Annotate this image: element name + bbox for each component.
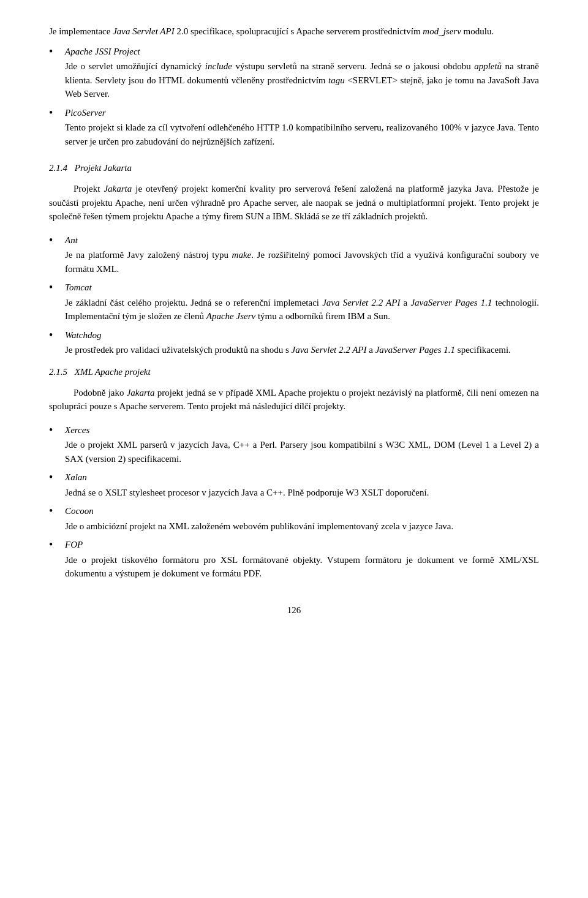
tomcat-content: Tomcat Je základní část celého projektu.… bbox=[65, 281, 539, 323]
fop-content: FOP Jde o projekt tiskového formátoru pr… bbox=[65, 538, 539, 581]
bullet-icon-8: • bbox=[49, 504, 61, 518]
xalan-body: Jedná se o XSLT stylesheet procesor v ja… bbox=[65, 488, 429, 497]
tomcat-body: Je základní část celého projektu. Jedná … bbox=[65, 298, 539, 322]
xerces-content: Xerces Jde o projekt XML parserů v jazyc… bbox=[65, 423, 539, 466]
bullet-icon-4: • bbox=[49, 281, 61, 295]
list-item-xalan: • Xalan Jedná se o XSLT stylesheet proce… bbox=[49, 470, 539, 499]
jakarta-bullet-list: • Ant Je na platformě Javy založený nást… bbox=[49, 233, 539, 357]
section-215-title: XML Apache projekt bbox=[75, 367, 151, 377]
xerces-title: Xerces bbox=[65, 423, 539, 437]
watchdog-body: Je prostředek pro validaci uživatelských… bbox=[65, 345, 511, 355]
list-item-ant: • Ant Je na platformě Javy založený nást… bbox=[49, 233, 539, 276]
watchdog-content: Watchdog Je prostředek pro validaci uživ… bbox=[65, 328, 539, 357]
section-215-number: 2.1.5 bbox=[49, 367, 67, 377]
list-item-xerces: • Xerces Jde o projekt XML parserů v jaz… bbox=[49, 423, 539, 466]
bullet-icon-5: • bbox=[49, 328, 61, 342]
ant-title: Ant bbox=[65, 233, 539, 247]
list-item-fop: • FOP Jde o projekt tiskového formátoru … bbox=[49, 538, 539, 581]
intro-paragraph: Je implementace Java Servlet API 2.0 spe… bbox=[49, 25, 539, 39]
top-bullet-list: • Apache JSSI Project Jde o servlet umož… bbox=[49, 45, 539, 149]
ant-content: Ant Je na platformě Javy založený nástro… bbox=[65, 233, 539, 276]
xerces-body: Jde o projekt XML parserů v jazycích Jav… bbox=[65, 440, 539, 464]
tomcat-title: Tomcat bbox=[65, 281, 539, 295]
section-215-heading: 2.1.5 XML Apache projekt bbox=[49, 367, 539, 377]
apache-jssi-title: Apache JSSI Project bbox=[65, 45, 539, 59]
jakarta-paragraph: Projekt Jakarta je otevřený projekt kome… bbox=[49, 182, 539, 224]
fop-body: Jde o projekt tiskového formátoru pro XS… bbox=[65, 555, 539, 579]
picoserver-body: Tento projekt si klade za cíl vytvoření … bbox=[65, 123, 539, 146]
section-214-heading: 2.1.4 Projekt Jakarta bbox=[49, 163, 539, 173]
xml-bullet-list: • Xerces Jde o projekt XML parserů v jaz… bbox=[49, 423, 539, 581]
cocoon-body: Jde o ambiciózní projekt na XML založené… bbox=[65, 521, 453, 531]
ant-body: Je na platformě Javy založený nástroj ty… bbox=[65, 250, 539, 274]
list-item-picoserver: • PicoServer Tento projekt si klade za c… bbox=[49, 106, 539, 149]
list-item-cocoon: • Cocoon Jde o ambiciózní projekt na XML… bbox=[49, 504, 539, 533]
bullet-icon-3: • bbox=[49, 233, 61, 247]
list-item-apache-jssi: • Apache JSSI Project Jde o servlet umož… bbox=[49, 45, 539, 101]
apache-jssi-content: Apache JSSI Project Jde o servlet umožňu… bbox=[65, 45, 539, 101]
bullet-icon: • bbox=[49, 45, 61, 59]
bullet-icon-2: • bbox=[49, 106, 61, 120]
page-content: Je implementace Java Servlet API 2.0 spe… bbox=[49, 25, 539, 616]
cocoon-title: Cocoon bbox=[65, 504, 539, 518]
list-item-watchdog: • Watchdog Je prostředek pro validaci už… bbox=[49, 328, 539, 357]
bullet-icon-9: • bbox=[49, 538, 61, 552]
watchdog-title: Watchdog bbox=[65, 328, 539, 342]
fop-title: FOP bbox=[65, 538, 539, 552]
bullet-icon-6: • bbox=[49, 423, 61, 437]
picoserver-title: PicoServer bbox=[65, 106, 539, 120]
list-item-tomcat: • Tomcat Je základní část celého projekt… bbox=[49, 281, 539, 323]
page-number: 126 bbox=[49, 605, 539, 616]
section-214-number: 2.1.4 bbox=[49, 163, 67, 173]
apache-jssi-body: Jde o servlet umožňující dynamický inclu… bbox=[65, 61, 539, 99]
cocoon-content: Cocoon Jde o ambiciózní projekt na XML z… bbox=[65, 504, 539, 533]
section-214-title: Projekt Jakarta bbox=[75, 163, 132, 173]
xml-apache-paragraph: Podobně jako Jakarta projekt jedná se v … bbox=[49, 386, 539, 413]
xalan-title: Xalan bbox=[65, 470, 539, 485]
picoserver-content: PicoServer Tento projekt si klade za cíl… bbox=[65, 106, 539, 149]
bullet-icon-7: • bbox=[49, 470, 61, 485]
xalan-content: Xalan Jedná se o XSLT stylesheet proceso… bbox=[65, 470, 539, 499]
